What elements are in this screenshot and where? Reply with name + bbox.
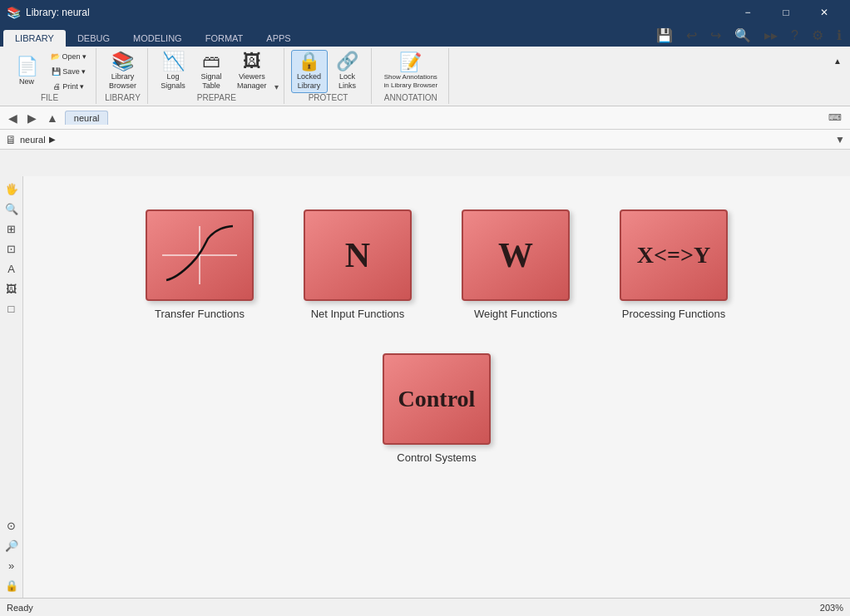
tab-apps[interactable]: APPS: [255, 30, 302, 47]
pan-button[interactable]: 🖐: [2, 180, 21, 198]
ribbon-collapse-button[interactable]: ▲: [828, 52, 847, 70]
net-input-letter: N: [345, 235, 370, 275]
save-layout-button[interactable]: 💾: [651, 24, 678, 47]
main-canvas: Transfer Functions N Net Input Functions…: [23, 176, 850, 598]
log-signals-icon: 📉: [162, 52, 185, 71]
expand-sidebar-button[interactable]: »: [2, 556, 21, 574]
window-controls: − □ ✕: [729, 0, 843, 25]
more-button[interactable]: ▸▸: [759, 24, 783, 47]
block-row-1: Transfer Functions N Net Input Functions…: [146, 209, 728, 320]
tab-debug[interactable]: DEBUG: [66, 30, 121, 47]
new-button[interactable]: 📄 New: [8, 50, 45, 93]
lock-sidebar-button[interactable]: 🔒: [2, 576, 21, 594]
settings-button[interactable]: ⚙: [807, 24, 828, 47]
block-row-2: Control Control Systems: [383, 353, 491, 464]
left-sidebar: 🖐 🔍 ⊞ ⊡ A 🖼 □ ⊙ 🔎 » 🔒: [0, 176, 23, 598]
canvas-content: Transfer Functions N Net Input Functions…: [62, 176, 811, 497]
prepare-expand-icon[interactable]: ▾: [274, 82, 279, 91]
library-group-label: LIBRARY: [103, 93, 142, 104]
ribbon-group-file: 📄 New 📂 Open ▾ 💾 Save ▾ 🖨 Print ▾ FILE: [3, 48, 96, 104]
control-systems-box[interactable]: Control: [383, 353, 491, 445]
open-button[interactable]: 📂 Open ▾: [47, 50, 91, 63]
address-expand-icon[interactable]: ▼: [835, 134, 845, 145]
weight-functions-box[interactable]: W: [462, 209, 570, 301]
titlebar: 📚 Library: neural − □ ✕: [0, 0, 850, 25]
locked-library-label: LockedLibrary: [297, 72, 321, 91]
maximize-button[interactable]: □: [767, 0, 805, 25]
ribbon-right-controls: 💾 ↩ ↪ 🔍 ▸▸ ? ⚙ ℹ: [651, 24, 850, 47]
ribbon-group-protect: 🔒 LockedLibrary 🔗 LockLinks PROTECT: [286, 48, 372, 104]
sigmoid-icon: [158, 222, 241, 288]
tab-modeling[interactable]: MODELING: [121, 30, 194, 47]
statusbar: Ready 203%: [0, 598, 850, 616]
zoom-button[interactable]: 🔍: [729, 24, 756, 47]
close-button[interactable]: ✕: [805, 0, 843, 25]
save-button[interactable]: 💾 Save ▾: [47, 65, 91, 78]
locked-library-button[interactable]: 🔒 LockedLibrary: [291, 50, 328, 93]
show-annotations-button[interactable]: 📝 Show Annotationsin Library Browser: [378, 50, 443, 93]
transfer-functions-item[interactable]: Transfer Functions: [146, 209, 254, 320]
properties-button[interactable]: ⊙: [2, 516, 21, 535]
control-systems-label: Control Systems: [397, 451, 476, 464]
weight-functions-item[interactable]: W Weight Functions: [462, 209, 570, 320]
processing-functions-label: Processing Functions: [622, 308, 725, 320]
ribbon-group-annotation: 📝 Show Annotationsin Library Browser ANN…: [373, 48, 449, 104]
processing-functions-box[interactable]: X<=>Y: [620, 209, 728, 301]
minimize-button[interactable]: −: [729, 0, 767, 25]
annotation-group-items: 📝 Show Annotationsin Library Browser: [378, 50, 443, 93]
title-text: Library: neural: [26, 7, 90, 18]
zoom-in-button[interactable]: 🔍: [2, 200, 21, 218]
image-button[interactable]: 🖼: [2, 279, 21, 298]
control-letter: Control: [398, 386, 476, 412]
fit-view-button[interactable]: ⊞: [2, 219, 21, 238]
status-text: Ready: [7, 603, 33, 613]
prepare-group-items: 📉 LogSignals 🗃 SignalTable 🖼 ViewersMana…: [155, 50, 279, 93]
log-signals-button[interactable]: 📉 LogSignals: [155, 50, 191, 93]
file-col: 📂 Open ▾ 💾 Save ▾ 🖨 Print ▾: [47, 50, 91, 93]
up-button[interactable]: ▲: [43, 110, 62, 126]
undo-button[interactable]: ↩: [681, 24, 702, 47]
lock-links-button[interactable]: 🔗 LockLinks: [329, 50, 366, 93]
processing-functions-item[interactable]: X<=>Y Processing Functions: [620, 209, 728, 320]
protect-group-items: 🔒 LockedLibrary 🔗 LockLinks: [291, 50, 366, 93]
ribbon: 📄 New 📂 Open ▾ 💾 Save ▾ 🖨 Print ▾ FILE 📚…: [0, 47, 850, 106]
back-button[interactable]: ◀: [5, 110, 21, 126]
show-annotations-icon: 📝: [399, 53, 422, 71]
ribbon-group-prepare: 📉 LogSignals 🗃 SignalTable 🖼 ViewersMana…: [150, 48, 284, 104]
addressbar: 🖥 neural ▶ ▼: [0, 130, 850, 150]
redo-button[interactable]: ↪: [705, 24, 726, 47]
new-icon: 📄: [16, 57, 38, 76]
keyboard-button[interactable]: ⌨: [825, 111, 845, 125]
help-button[interactable]: ?: [786, 25, 803, 47]
forward-button[interactable]: ▶: [24, 110, 40, 126]
select-button[interactable]: ⊡: [2, 239, 21, 258]
library-browser-label: LibraryBrowser: [109, 72, 136, 91]
address-path: neural: [20, 135, 46, 145]
print-button[interactable]: 🖨 Print ▾: [47, 80, 91, 93]
control-systems-item[interactable]: Control Control Systems: [383, 353, 491, 464]
net-input-functions-item[interactable]: N Net Input Functions: [304, 209, 412, 320]
navbar: ◀ ▶ ▲ neural ⌨: [0, 106, 850, 130]
viewers-manager-button[interactable]: 🖼 ViewersManager: [231, 50, 273, 93]
file-group-items: 📄 New 📂 Open ▾ 💾 Save ▾ 🖨 Print ▾: [8, 50, 91, 93]
box-button[interactable]: □: [2, 299, 21, 318]
text-button[interactable]: A: [2, 259, 21, 278]
address-globe-icon: 🖥: [5, 133, 17, 146]
address-arrow-icon: ▶: [49, 135, 56, 144]
search-button[interactable]: 🔎: [2, 536, 21, 554]
tab-format[interactable]: FORMAT: [194, 30, 255, 47]
signal-table-icon: 🗃: [202, 52, 220, 71]
net-input-functions-box[interactable]: N: [304, 209, 412, 301]
tab-library[interactable]: LIBRARY: [3, 30, 66, 47]
signal-table-button[interactable]: 🗃 SignalTable: [193, 50, 230, 93]
weight-letter: W: [498, 235, 533, 275]
transfer-functions-box[interactable]: [146, 209, 254, 301]
transfer-functions-label: Transfer Functions: [155, 308, 245, 320]
protect-group-label: PROTECT: [291, 93, 366, 104]
info-button[interactable]: ℹ: [832, 24, 847, 47]
library-browser-button[interactable]: 📚 LibraryBrowser: [103, 50, 142, 93]
processing-letter: X<=>Y: [637, 242, 710, 269]
library-group-items: 📚 LibraryBrowser: [103, 50, 142, 93]
zoom-level: 203%: [820, 603, 843, 613]
tab-neural[interactable]: neural: [65, 111, 109, 125]
